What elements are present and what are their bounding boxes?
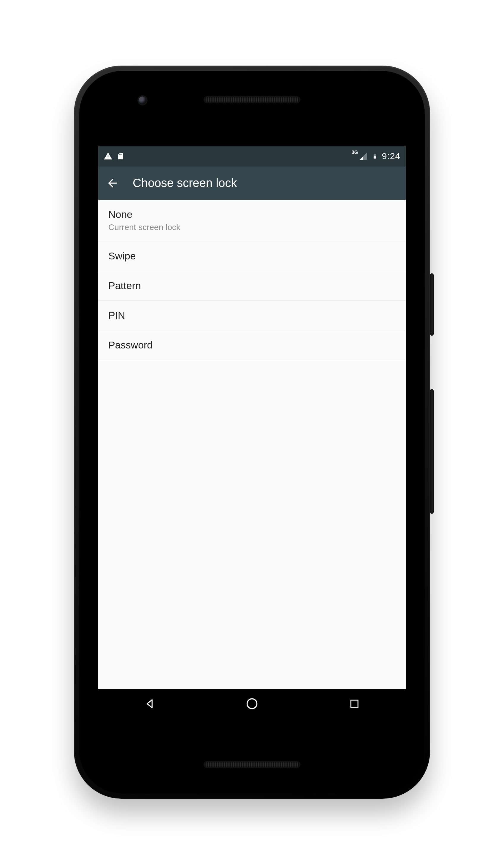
triangle-back-icon (144, 698, 156, 710)
phone-frame: 3G 9:24 (74, 65, 430, 799)
back-button[interactable] (104, 175, 121, 191)
svg-point-0 (247, 699, 257, 708)
status-left (104, 152, 124, 160)
power-button[interactable] (430, 273, 434, 336)
square-recents-icon (349, 698, 360, 709)
signal-icon: 3G (359, 152, 368, 160)
svg-rect-1 (351, 700, 358, 707)
phone-bezel: 3G 9:24 (79, 71, 425, 793)
lock-options-list: None Current screen lock Swipe Pattern P… (98, 200, 406, 689)
phone-shadow (74, 808, 430, 828)
option-password[interactable]: Password (98, 331, 406, 360)
option-pin[interactable]: PIN (98, 301, 406, 331)
option-label: Pattern (108, 280, 396, 291)
option-label: None (108, 209, 396, 220)
app-bar: Choose screen lock (98, 167, 406, 200)
option-none[interactable]: None Current screen lock (98, 200, 406, 241)
nav-recents-button[interactable] (346, 695, 363, 713)
status-bar: 3G 9:24 (98, 146, 406, 167)
page-title: Choose screen lock (133, 176, 237, 190)
sd-card-icon (117, 152, 124, 160)
option-label: Swipe (108, 250, 396, 262)
warning-icon (104, 152, 112, 160)
circle-home-icon (245, 697, 259, 710)
nav-home-button[interactable] (243, 695, 261, 713)
bottom-speaker (204, 762, 300, 767)
option-label: Password (108, 339, 396, 351)
earpiece-speaker (204, 97, 300, 103)
arrow-back-icon (106, 177, 119, 190)
front-camera (139, 96, 146, 104)
network-label: 3G (352, 150, 358, 155)
status-clock: 9:24 (382, 151, 400, 161)
navigation-bar (98, 689, 406, 719)
nav-back-button[interactable] (141, 695, 158, 713)
option-swipe[interactable]: Swipe (98, 241, 406, 271)
stage: 3G 9:24 (0, 0, 504, 864)
battery-icon (372, 152, 378, 160)
status-right: 3G 9:24 (359, 151, 400, 161)
option-sublabel: Current screen lock (108, 223, 396, 232)
screen: 3G 9:24 (98, 146, 406, 719)
option-pattern[interactable]: Pattern (98, 271, 406, 301)
option-label: PIN (108, 310, 396, 321)
volume-button[interactable] (430, 389, 434, 514)
